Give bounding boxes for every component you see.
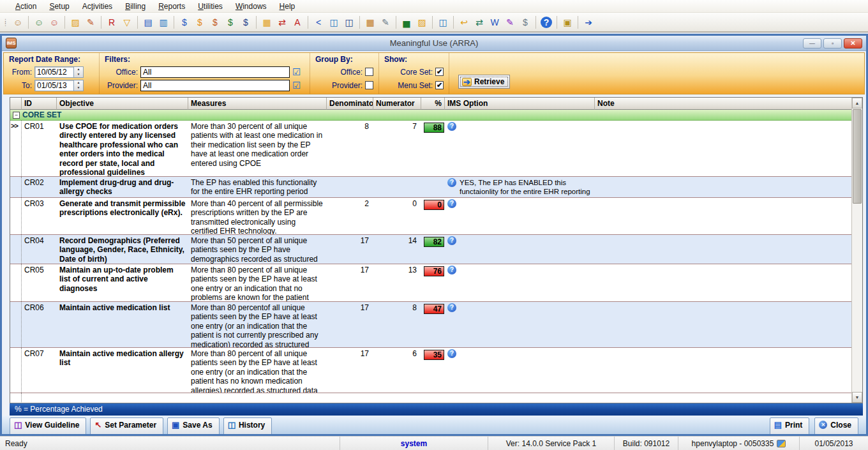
exit-icon[interactable]: ➔ [581, 15, 595, 29]
from-date-spinner[interactable]: ▲▼ [74, 66, 84, 78]
ims-help-icon[interactable]: ? [447, 303, 456, 312]
grid-row-cr02[interactable]: CR02Implement drug-drug and drug-allergy… [10, 177, 851, 198]
lab-icon[interactable]: ▽ [120, 15, 134, 29]
spin-up-icon[interactable]: ▲ [74, 80, 83, 86]
menu-utilities[interactable]: Utilities [191, 1, 229, 12]
payment-icon[interactable]: $ [177, 15, 191, 29]
ims-help-icon[interactable]: ? [447, 122, 456, 131]
retrieve-button[interactable]: ➔ Retrieve [458, 75, 510, 89]
ims-help-icon[interactable]: ? [447, 349, 456, 358]
help-icon[interactable]: ? [541, 17, 552, 28]
signature-icon[interactable]: ✎ [503, 15, 517, 29]
back-icon[interactable]: < [311, 15, 326, 29]
schedule-grid-icon[interactable]: ▦ [260, 15, 274, 29]
patient-account-icon[interactable]: $ [208, 15, 222, 29]
document-icon[interactable]: ▤ [141, 15, 155, 29]
to-date-input[interactable]: 01/05/13 [34, 80, 74, 91]
refresh-document-icon[interactable]: ↩ [457, 15, 471, 29]
menu-setup[interactable]: Setup [43, 1, 75, 12]
grid-row-cr01[interactable]: >>CR01Use CPOE for medication orders dir… [10, 121, 851, 177]
window-titlebar[interactable]: IMS Meaningful Use (ARRA) — ▫ ✕ [2, 36, 866, 51]
patient-check-in-icon[interactable]: ☺ [32, 15, 46, 29]
column-header-note[interactable]: Note [595, 98, 862, 110]
ims-help-icon[interactable]: ? [447, 236, 456, 245]
column-header--[interactable]: % [421, 98, 445, 110]
report-clipboard-icon[interactable]: ◫ [436, 15, 450, 29]
spin-up-icon[interactable]: ▲ [74, 67, 83, 72]
scrollbar-thumb[interactable] [853, 109, 862, 204]
patient-check-out-icon[interactable]: ☺ [47, 15, 61, 29]
to-date-spinner[interactable]: ▲▼ [74, 80, 84, 91]
column-header-measures[interactable]: Measures [188, 98, 327, 110]
group-by-office-checkbox[interactable] [365, 68, 373, 76]
toolbar-grip-icon[interactable]: ⋮⋮ [3, 20, 8, 25]
grid-row-cr06[interactable]: CR06Maintain active medication listMore … [10, 302, 851, 348]
collapse-group-icon[interactable]: − [13, 112, 20, 119]
menu-reports[interactable]: Reports [152, 1, 191, 12]
patient-folder-icon[interactable]: ▨ [415, 15, 429, 29]
menu-activities[interactable]: Activities [76, 1, 119, 12]
collect-payment-icon[interactable]: $ [223, 15, 237, 29]
close-window-button[interactable]: ✕ [844, 38, 862, 49]
grid-row-cr05[interactable]: CR05Maintain an up-to-date problem list … [10, 264, 851, 302]
grid-row-cr03[interactable]: CR03Generate and transmit permissible pr… [10, 198, 851, 235]
word-export-icon[interactable]: W [488, 15, 502, 29]
grid-row-cr04[interactable]: CR04Record Demographics (Preferred langu… [10, 235, 851, 264]
spin-down-icon[interactable]: ▼ [74, 72, 83, 77]
group-by-provider-checkbox[interactable] [365, 81, 373, 89]
toolbar-separator [174, 16, 174, 29]
notes-icon[interactable]: ▥ [156, 15, 170, 29]
charge-transfer-icon[interactable]: ⇄ [275, 15, 289, 29]
menu-help[interactable]: Help [273, 1, 302, 12]
close-button[interactable]: ✕ Close [814, 417, 858, 434]
restore-button[interactable]: ▫ [823, 38, 842, 49]
statement-icon[interactable]: $ [518, 15, 532, 29]
history-button[interactable]: ◫ History [223, 417, 273, 434]
print-button[interactable]: ▤ Print [770, 417, 810, 434]
adjustment-icon[interactable]: $ [239, 15, 253, 29]
clipboard-edit-icon[interactable]: ✎ [378, 15, 393, 29]
view-guideline-button[interactable]: ◫ View Guideline [10, 417, 86, 434]
column-header-indicator[interactable] [10, 98, 22, 110]
scroll-down-icon[interactable]: ▼ [852, 392, 862, 403]
core-set-checkbox[interactable]: ✔ [435, 68, 444, 76]
reports-chart-icon[interactable]: ▅ [400, 15, 414, 29]
core-set-group-row[interactable]: −CORE SET [10, 110, 851, 121]
ims-help-icon[interactable]: ? [447, 266, 456, 274]
column-header-ims-option[interactable]: IMS Option [445, 98, 595, 110]
edit-patient-icon[interactable]: ✎ [84, 15, 98, 29]
patient-icon[interactable]: ☺ [11, 15, 25, 29]
toolbar-separator [578, 16, 578, 29]
office-list-picker-icon[interactable]: ☑ [292, 66, 301, 78]
open-chart-folder-icon[interactable]: ▨ [68, 15, 82, 29]
lock-icon[interactable]: ▣ [560, 15, 574, 29]
provider-list-picker-icon[interactable]: ☑ [292, 80, 301, 91]
menu-action[interactable]: Action [9, 1, 43, 12]
set-parameter-button[interactable]: ↖ Set Parameter [90, 417, 163, 434]
provider-filter-input[interactable]: All [140, 80, 290, 91]
scan-icon[interactable]: ◫ [342, 15, 356, 29]
vertical-scrollbar[interactable]: ▲ ▼ [851, 98, 862, 403]
column-header-id[interactable]: ID [22, 98, 57, 110]
ims-help-icon[interactable]: ? [447, 199, 456, 208]
prescription-icon[interactable]: R [105, 15, 119, 29]
calendar-icon[interactable]: ▦ [363, 15, 377, 29]
invoice-icon[interactable]: $ [193, 15, 207, 29]
save-as-button[interactable]: ▣ Save As [167, 417, 220, 434]
spell-check-icon[interactable]: A [290, 15, 304, 29]
scroll-up-icon[interactable]: ▲ [852, 98, 862, 109]
data-transfer-icon[interactable]: ⇄ [472, 15, 486, 29]
menu-billing[interactable]: Billing [119, 1, 152, 12]
menu-set-checkbox[interactable]: ✔ [435, 81, 444, 89]
grid-row-cr07[interactable]: CR07Maintain active medication allergy l… [10, 348, 851, 393]
column-header-numerator[interactable]: Numerator [373, 98, 421, 110]
minimize-button[interactable]: — [803, 38, 821, 49]
from-date-input[interactable]: 10/05/12 [34, 66, 74, 78]
column-header-objective[interactable]: Objective [57, 98, 188, 110]
fax-icon[interactable]: ◫ [327, 15, 341, 29]
spin-down-icon[interactable]: ▼ [74, 86, 83, 91]
ims-help-icon[interactable]: ? [447, 178, 456, 187]
column-header-denominator[interactable]: Denominator [327, 98, 373, 110]
menu-windows[interactable]: Windows [229, 1, 273, 12]
office-filter-input[interactable]: All [140, 66, 290, 78]
